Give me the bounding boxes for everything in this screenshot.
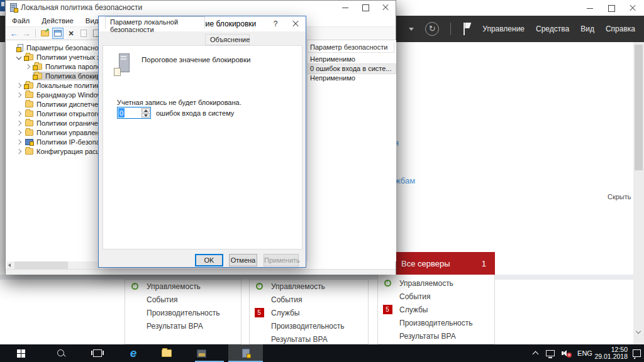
tile-row-events[interactable]: События [250,293,368,306]
maximize-icon[interactable] [355,1,375,14]
policy-name: Пороговое значение блокировки [142,56,292,63]
volume-status[interactable] [558,344,574,362]
menu-help[interactable]: Справка [606,25,635,33]
scrollbar-left-arrow-icon[interactable] [8,263,11,267]
search-button[interactable] [48,344,74,362]
lsp-titlebar[interactable]: Локальная политика безопасности [6,1,396,14]
tab-explain[interactable]: Объяснение [205,34,250,45]
close-icon[interactable] [375,1,396,14]
lsp-app-icon [10,3,17,12]
tile-row-services[interactable]: 5 Службы [378,303,494,316]
tile-row-performance[interactable]: Производительность [125,306,241,319]
chevron-right-icon[interactable] [16,139,21,144]
tile-row-performance[interactable]: Производительность [250,319,368,332]
column-header-security-setting[interactable]: Параметр безопасности [308,42,394,53]
tray-expand-button[interactable] [528,344,542,362]
action-center-button[interactable] [629,344,644,362]
network-status[interactable] [543,344,558,362]
lockout-threshold-properties-dialog: Свойства: Пороговое значение блокировки … [98,16,306,268]
tile-row-performance[interactable]: Производительность [378,316,494,329]
tile-row-events[interactable]: События [125,293,241,306]
spinner-down-icon[interactable] [142,113,150,118]
scrollbar-thumb[interactable] [14,261,68,269]
chevron-right-icon[interactable] [16,92,21,97]
tile-row-events[interactable]: События [378,290,494,303]
folder-icon [25,120,33,126]
maximize-icon[interactable] [601,0,623,16]
dashboard-link-fragment-2[interactable]: жбам [395,176,415,185]
tile-row-services[interactable]: 5 Службы [250,306,368,319]
tab-local-security-setting[interactable]: Параметр локальной безопасности [105,16,205,29]
lsp-statusbar [6,269,396,275]
ok-button[interactable]: OK [195,254,223,266]
lsp-icon-wrap [233,344,258,362]
close-icon[interactable] [623,0,644,16]
scrollbar-down-arrow-icon[interactable] [636,329,641,334]
list-row[interactable]: Неприменимо [308,74,396,83]
tile-row-bpa[interactable]: Результаты BPA [250,332,368,346]
menu-tools[interactable]: Средства [536,25,569,33]
cancel-button[interactable]: Отмена [229,254,257,266]
help-icon[interactable] [265,16,286,31]
forward-icon[interactable] [21,28,31,38]
server-manager-window-controls [580,0,644,16]
internet-explorer-button[interactable] [121,344,146,362]
properties-icon[interactable] [79,28,89,38]
menu-view[interactable]: Вид [580,25,594,33]
chevron-right-icon[interactable] [16,129,21,134]
tree-item-local-policies[interactable]: Локальные политики [6,80,105,90]
lockout-note: Учетная запись не будет блокирована. [117,99,242,106]
menu-view[interactable]: Вид [86,17,99,25]
role-tile-all-servers: Управляемость События 5 Службы Производи… [377,275,495,344]
menu-action[interactable]: Действие [42,17,74,25]
folder-icon [25,148,33,155]
export-folder-icon[interactable] [40,28,50,38]
apply-button-disabled: Применить [264,254,299,266]
hide-link[interactable]: Скрыть [608,193,631,200]
chevron-down-icon[interactable] [16,54,21,59]
back-icon[interactable] [9,28,19,38]
menu-file[interactable]: Файл [12,17,30,25]
tile-row-manageability[interactable]: Управляемость [125,280,241,293]
delete-icon[interactable] [66,28,76,38]
server-manager-button[interactable] [189,344,214,362]
console-tree-toggle-icon[interactable] [52,28,64,39]
refresh-icon[interactable] [425,22,439,36]
chevron-right-icon[interactable] [16,82,21,87]
spinner-up-icon[interactable] [142,108,150,112]
notifications-flag-icon[interactable] [462,22,471,36]
minimize-icon[interactable] [580,0,601,16]
task-view-icon [93,349,102,357]
tree-item-password-policy[interactable]: Политика паролей [6,62,107,71]
start-button[interactable] [8,344,33,362]
chevron-right-icon[interactable] [16,148,21,153]
chevron-right-icon[interactable] [25,63,30,69]
tile-row-bpa[interactable]: Результаты BPA [125,319,241,332]
file-explorer-button[interactable] [154,344,179,362]
role-tile-local-server: Управляемость События Производительность… [125,279,242,344]
ipsec-icon [25,139,33,145]
tile-row-manageability[interactable]: Управляемость [250,280,368,293]
tile-row-bpa[interactable]: Результаты BPA [378,329,494,343]
status-ok-icon [130,283,140,290]
chevron-down-icon[interactable] [409,28,414,31]
minimize-icon[interactable] [335,1,355,14]
folder-icon [162,349,172,357]
chevron-right-icon[interactable] [16,120,21,125]
list-row-selected[interactable]: 0 ошибок входа в систе... [308,64,396,74]
list-row[interactable]: Неприменимо [308,55,396,64]
close-icon[interactable] [286,16,306,31]
local-security-policy-button-active[interactable] [228,344,263,362]
tile-row-manageability[interactable]: Управляемость [378,277,494,290]
tree-item-security-settings[interactable]: Параметры безопасности [6,43,111,52]
menu-manage[interactable]: Управление [482,25,525,33]
vertical-scrollbar[interactable] [633,42,644,344]
scrollbar-thumb[interactable] [635,45,643,170]
language-indicator[interactable]: ENG [575,344,595,362]
task-view-button[interactable] [85,344,110,362]
chevron-right-icon[interactable] [16,111,21,116]
spinner-value[interactable]: 0 [118,108,125,118]
clock[interactable]: 12:50 29.01.2018 [595,344,628,362]
attempts-spinner[interactable]: 0 [117,107,151,119]
horizontal-scrollbar[interactable] [7,261,100,269]
